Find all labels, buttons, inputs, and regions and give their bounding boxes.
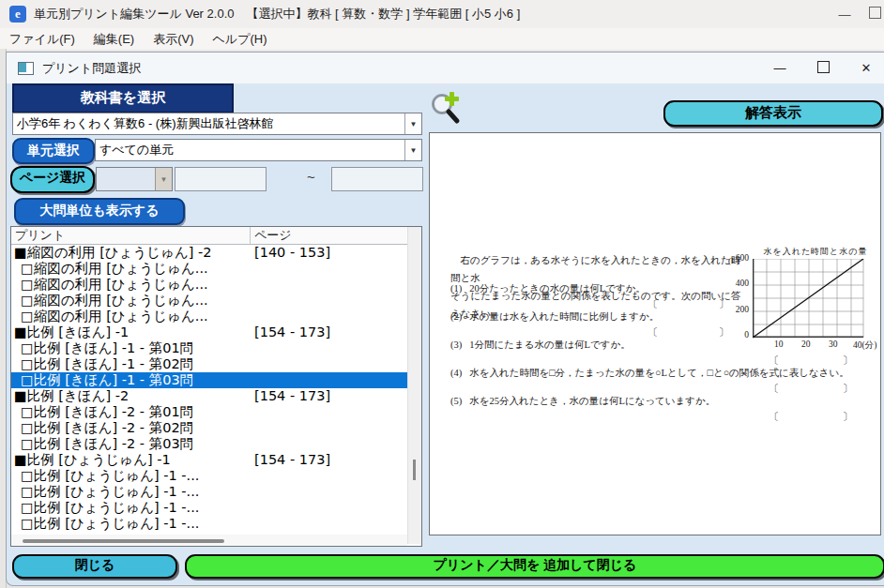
list-item[interactable]: □縮図の利用 [ひょうじゅん... <box>11 261 407 277</box>
list-item-page <box>251 261 407 277</box>
list-item-page <box>251 277 407 293</box>
list-item-page <box>251 468 407 484</box>
question: (5)水を25分入れたとき，水の量は何Lになっていますか。 〔〕 <box>450 396 863 421</box>
question-number: (5) <box>450 396 462 406</box>
list-item-page <box>251 484 407 500</box>
list-item[interactable]: □比例 [ひょうじゅん] -1 -... <box>11 516 407 532</box>
question-number: (4) <box>450 368 462 378</box>
graph-title: 水を入れた時間と水の量 <box>751 246 880 258</box>
question-text: 水の量は水を入れた時間に比例しますか。 <box>469 311 659 322</box>
minimize-button[interactable]: — <box>824 8 865 22</box>
list-item[interactable]: ■比例 [きほん] -2 [154 - 173] <box>11 388 407 404</box>
app-icon: e <box>9 6 26 23</box>
main-titlebar: e 単元別プリント編集ツール Ver 2.0.0 【選択中】教科 [ 算数・数学… <box>0 0 884 29</box>
list-item[interactable]: ■比例 [ひょうじゅん] -1 [154 - 173] <box>11 452 407 468</box>
list-item[interactable]: □比例 [きほん] -1 - 第02問 <box>11 356 407 372</box>
x-tick: 30 <box>829 339 838 349</box>
worksheet-preview: 右のグラフは，ある水そうに水を入れたときの，水を入れた時間と水 そうにたまった水… <box>429 132 881 535</box>
scrollbar-thumb[interactable] <box>413 460 416 480</box>
list-item[interactable]: □比例 [ひょうじゅん] -1 -... <box>11 500 407 516</box>
y-tick: 600 <box>736 253 749 263</box>
list-item-label: □比例 [きほん] -2 - 第01問 <box>11 404 251 420</box>
menu-bar: ファイル(F)編集(E)表示(V)ヘルプ(H) <box>0 28 884 51</box>
answer-brackets: 〔〕 <box>450 382 863 393</box>
list-item-label: □比例 [きほん] -1 - 第03問 <box>11 372 251 388</box>
list-item-label: □縮図の利用 [ひょうじゅん... <box>11 309 251 324</box>
show-answer-button[interactable]: 解答表示 <box>663 100 883 127</box>
list-item-page <box>251 404 407 420</box>
question-text: 20分たったときの水の量は何Lですか。 <box>469 283 646 294</box>
list-item[interactable]: □比例 [ひょうじゅん] -1 -... <box>11 484 407 500</box>
question-text: 水を25分入れたとき，水の量は何Lになっていますか。 <box>469 396 715 406</box>
list-item-page: [140 - 153] <box>251 245 407 261</box>
page-select-button[interactable]: ページ選択 <box>10 166 95 193</box>
list-item-label: ■比例 [きほん] -2 <box>11 388 251 404</box>
list-item-page: [154 - 173] <box>251 388 407 404</box>
y-tick: 400 <box>736 279 749 288</box>
vertical-scrollbar[interactable] <box>407 227 421 544</box>
horizontal-scrollbar[interactable] <box>11 535 407 546</box>
range-separator: ~ <box>307 169 315 185</box>
select-textbook-button[interactable]: 教科書を選択 <box>12 83 234 113</box>
dialog-titlebar: プリント問題選択 — ✕ <box>7 53 884 84</box>
list-item[interactable]: ■比例 [きほん] -1 [154 - 173] <box>11 324 407 340</box>
chevron-down-icon[interactable]: ▼ <box>404 140 421 160</box>
zoom-in-icon[interactable] <box>429 90 466 129</box>
chevron-down-icon: ▼ <box>155 168 172 190</box>
print-list: プリント ページ ■縮図の利用 [ひょうじゅん] -2 [140 - 153] … <box>10 226 422 547</box>
list-item-label: □比例 [ひょうじゅん] -1 -... <box>11 500 251 516</box>
list-item-label: □縮図の利用 [ひょうじゅん... <box>11 293 251 309</box>
dialog-maximize-button[interactable] <box>814 61 832 76</box>
graph-plot <box>753 259 865 339</box>
list-item[interactable]: ■縮図の利用 [ひょうじゅん] -2 [140 - 153] <box>11 245 407 261</box>
y-tick: 200 <box>736 305 749 314</box>
list-item-label: □縮図の利用 [ひょうじゅん... <box>11 277 251 293</box>
list-item-page <box>251 436 407 452</box>
list-item-label: □比例 [きほん] -2 - 第02問 <box>11 420 251 436</box>
list-item[interactable]: □比例 [きほん] -2 - 第02問 <box>11 420 407 436</box>
textbook-select[interactable]: 小学6年 わくわく算数6 - (株)新興出版社啓林館 ▼ <box>12 113 422 135</box>
close-dialog-button[interactable]: 閉じる <box>12 554 177 579</box>
list-item[interactable]: □比例 [ひょうじゅん] -1 -... <box>11 468 407 484</box>
list-item-label: □比例 [きほん] -1 - 第01問 <box>11 340 251 356</box>
list-item-label: □比例 [きほん] -2 - 第03問 <box>11 436 251 452</box>
water-graph: 水を入れた時間と水の量 (L) 6004002000 <box>726 246 880 360</box>
list-item[interactable]: □比例 [きほん] -1 - 第01問 <box>11 340 407 356</box>
list-item[interactable]: □縮図の利用 [ひょうじゅん... <box>11 293 407 309</box>
question-text: 水を入れた時間を□分，たまった水の量を○Lとして，□と○の関係を式に表しなさい。 <box>469 368 848 378</box>
list-item-page <box>251 293 407 309</box>
dialog-minimize-button[interactable]: — <box>770 61 789 75</box>
list-item[interactable]: □比例 [きほん] -1 - 第03問 <box>11 372 407 388</box>
dialog-icon <box>18 62 34 75</box>
menu-item[interactable]: ファイル(F) <box>0 31 84 48</box>
x-tick: 20 <box>801 339 811 349</box>
menu-item[interactable]: 表示(V) <box>144 31 203 48</box>
answer-brackets: 〔〕 <box>450 410 863 421</box>
dialog-title: プリント問題選択 <box>42 60 141 77</box>
question-text: 1分間にたまる水の量は何Lですか。 <box>469 339 630 350</box>
list-item[interactable]: □比例 [きほん] -2 - 第03問 <box>11 436 407 452</box>
list-item-label: ■縮図の利用 [ひょうじゅん] -2 <box>11 245 251 261</box>
list-item[interactable]: □縮図の利用 [ひょうじゅん... <box>11 277 407 293</box>
chevron-down-icon[interactable]: ▼ <box>404 113 421 134</box>
menu-item[interactable]: ヘルプ(H) <box>204 31 277 48</box>
maximize-button[interactable] <box>865 7 884 22</box>
dialog-close-button[interactable]: ✕ <box>857 61 876 75</box>
list-item-page <box>251 372 407 388</box>
menu-item[interactable]: 編集(E) <box>84 31 144 48</box>
add-and-close-button[interactable]: プリント／大問を 追加して閉じる <box>185 554 884 579</box>
x-tick: 40(分) <box>853 339 876 352</box>
list-item-page: [154 - 173] <box>251 452 407 468</box>
list-item[interactable]: □縮図の利用 [ひょうじゅん... <box>11 309 407 324</box>
unit-select-button[interactable]: 単元選択 <box>12 138 95 164</box>
unit-select[interactable]: すべての単元 ▼ <box>95 139 422 161</box>
list-item-page <box>251 309 407 324</box>
scrollbar-thumb[interactable] <box>23 539 224 543</box>
list-item-label: □比例 [ひょうじゅん] -1 -... <box>11 516 251 532</box>
screen: e 単元別プリント編集ツール Ver 2.0.0 【選択中】教科 [ 算数・数学… <box>0 0 884 588</box>
show-units-button[interactable]: 大問単位も表示する <box>14 198 185 225</box>
list-header: プリント ページ <box>11 227 421 245</box>
question-number: (3) <box>450 339 462 350</box>
list-item[interactable]: □比例 [きほん] -2 - 第01問 <box>11 404 407 420</box>
list-item-label: □比例 [きほん] -1 - 第02問 <box>11 356 251 372</box>
